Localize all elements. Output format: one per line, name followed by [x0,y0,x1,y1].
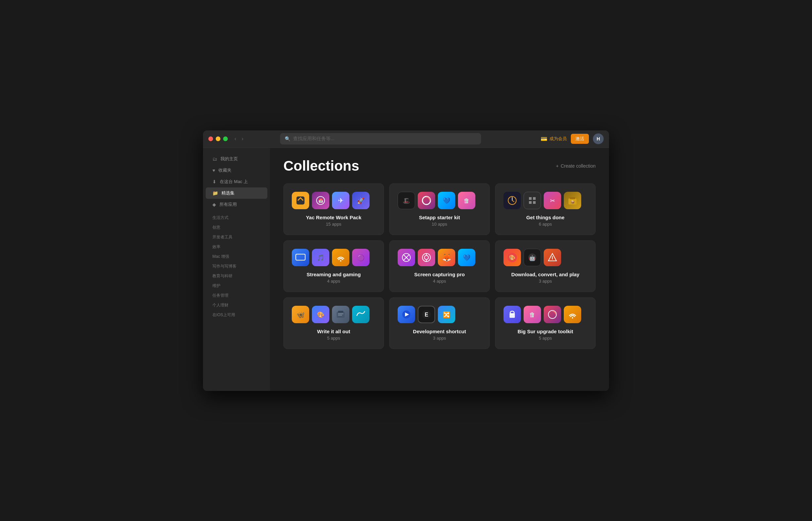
collection-name: Streaming and gaming [292,272,376,277]
forward-button[interactable]: › [240,134,244,143]
sidebar-cat-tasks[interactable]: 任务管理 [206,291,267,300]
activate-button[interactable]: 激活 [571,134,589,144]
sidebar-item-allapps-label: 所有应用 [219,202,237,207]
app-icon-permute: 🤖 [524,249,541,266]
collection-count: 4 apps [292,279,376,284]
sidebar-item-collections[interactable]: 📁 精选集 [206,187,267,199]
svg-text:📅: 📅 [318,198,323,203]
minimize-button[interactable] [216,136,220,141]
svg-text:✂: ✂ [550,198,555,204]
sidebar-item-home[interactable]: 🗂 我的主页 [206,153,267,165]
svg-point-55 [572,317,573,318]
collection-count: 6 apps [503,222,587,227]
sidebar-item-on-mac[interactable]: ⬇ 在这台 Mac 上 [206,176,267,187]
collection-card-streaming[interactable]: 🎵 🟣 Streaming and gaming 4 apps [283,241,384,292]
app-icon-xscope: ✂ [544,192,561,209]
home-icon: 🗂 [212,156,217,162]
app-icon-archiver: 📦 [564,192,581,209]
app-icons-row: E 🔀 [398,306,481,323]
sidebar-cat-finance[interactable]: 个人理财 [206,300,267,310]
app-icons-row: ✂ 📦 [503,192,587,209]
download-icon: ⬇ [212,179,216,184]
app-icon-wifiman [564,306,581,323]
collection-card-write[interactable]: 🦋 🎨 Write it all out 5 apps [283,297,384,349]
app-icon-fantastical: 📅 [312,192,329,209]
svg-rect-20 [296,254,305,260]
sidebar-divider [203,210,270,213]
collection-card-download[interactable]: 🎨 🤖 Download, convert, and play 3 apps [495,241,596,292]
svg-point-29 [425,255,428,259]
sidebar-item-home-label: 我的主页 [220,156,238,162]
avatar[interactable]: H [593,133,604,144]
svg-text:🎨: 🎨 [317,311,325,318]
svg-line-11 [512,201,514,202]
app-icon-vectornator [544,249,561,266]
sidebar-cat-writing[interactable]: 写作与写博客 [206,262,267,271]
collection-count: 15 apps [292,222,376,227]
back-button[interactable]: ‹ [233,134,238,143]
sidebar-item-favorites[interactable]: ♥ 收藏夹 [206,165,267,176]
fullscreen-button[interactable] [223,136,228,141]
collection-count: 10 apps [398,222,481,227]
collection-name: Screen capturing pro [398,272,481,277]
plus-icon: + [556,163,559,168]
collection-count: 4 apps [398,279,481,284]
collection-card-screen-capture[interactable]: 🦊 💙 Screen capturing pro 4 apps [389,241,490,292]
main-content: Collections + Create collection 📅 [270,148,609,391]
app-icon-cleanmymac: 🗑 [458,192,475,209]
collection-card-setapp-starter[interactable]: 🎩 💙 🗑 Setapp starter kit 10 apps [389,183,490,235]
collection-count: 5 apps [292,336,376,341]
svg-text:🦊: 🦊 [442,253,452,262]
sidebar-cat-maintenance[interactable]: 维护 [206,281,267,291]
heart-icon: ♥ [212,167,215,173]
svg-text:🎩: 🎩 [403,197,410,205]
svg-rect-13 [533,197,535,200]
svg-text:🎨: 🎨 [509,254,516,261]
collection-card-bigsur[interactable]: 🗑 Big Sur upgrade toolkit 5 apps [495,297,596,349]
page-header: Collections + Create collection [283,158,596,174]
collection-card-yac-remote[interactable]: 📅 ✈ 🚀 Yac Remote Work Pack 15 apps [283,183,384,235]
app-icons-row: 🦋 🎨 [292,306,376,323]
sidebar-cat-education[interactable]: 教育与科研 [206,271,267,281]
close-button[interactable] [208,136,213,141]
app-icon-wifi-explorer [332,249,350,266]
sidebar-item-all-apps[interactable]: ◆ 所有应用 [206,199,267,210]
collection-count: 3 apps [503,279,587,284]
svg-rect-14 [529,201,532,204]
svg-rect-18 [570,197,575,199]
app-icon-screens4 [292,249,309,266]
sidebar-cat-productivity[interactable]: 效率 [206,242,267,252]
membership-label: 成为会员 [549,136,567,142]
app-icon-cleanmymac2: 🗑 [524,306,541,323]
app-icon-istatmenus [418,192,435,209]
collection-name: Yac Remote Work Pack [292,214,376,220]
sidebar-item-collections-label: 精选集 [221,190,235,196]
membership-button[interactable]: 💳 成为会员 [541,136,567,142]
search-bar[interactable]: 🔍 查找应用和任务等... [280,133,481,144]
app-icon-pinwheel: 🎨 [312,306,329,323]
collection-name: Setapp starter kit [398,214,481,220]
collection-card-get-things-done[interactable]: ✂ 📦 Get things done 6 apps [495,183,596,235]
sidebar-cat-creative[interactable]: 创意 [206,223,267,232]
svg-text:💙: 💙 [443,197,451,205]
sidebar: 🗂 我的主页 ♥ 收藏夹 ⬇ 在这台 Mac 上 📁 精选集 ◆ 所有应用 生活… [203,148,270,391]
svg-point-23 [340,260,341,262]
sidebar-cat-mac-enhance[interactable]: Mac 增强 [206,252,267,262]
app-icon-proxyman: 💙 [458,249,475,266]
nav-arrows: ‹ › [233,134,245,143]
sidebar-cat-ios[interactable]: 在iOS上可用 [206,310,267,320]
search-placeholder: 查找应用和任务等... [293,136,335,142]
svg-point-6 [423,197,430,205]
svg-text:🦋: 🦋 [296,311,305,319]
app-body: 🗂 我的主页 ♥ 收藏夹 ⬇ 在这台 Mac 上 📁 精选集 ◆ 所有应用 生活… [203,148,609,391]
create-collection-button[interactable]: + Create collection [556,163,596,168]
app-icon-outline [292,192,309,209]
collection-card-dev[interactable]: E 🔀 Development shortcut 3 apps [389,297,490,349]
collection-count: 5 apps [503,336,587,341]
svg-rect-43 [338,311,343,313]
header-right: 💳 成为会员 激活 H [541,133,604,144]
app-icon-typeface: 🦊 [438,249,455,266]
sidebar-cat-devtools[interactable]: 开发者工具 [206,232,267,242]
svg-text:🎵: 🎵 [317,254,325,262]
sidebar-cat-lifestyle[interactable]: 生活方式 [206,213,267,223]
